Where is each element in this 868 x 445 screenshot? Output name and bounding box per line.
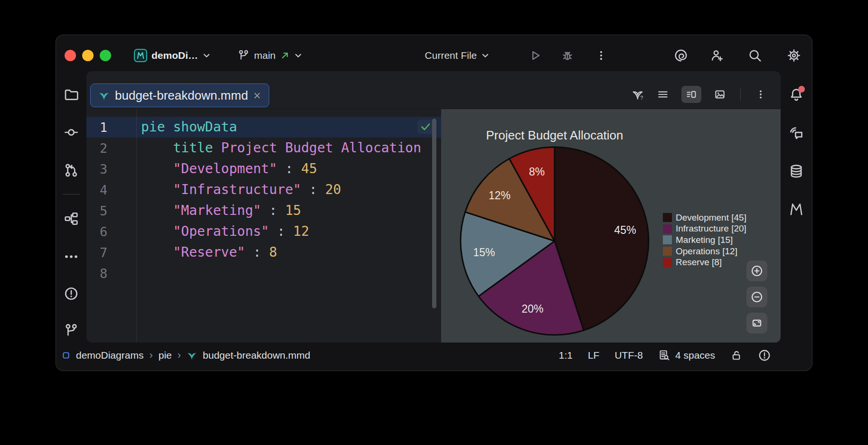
search-icon[interactable]: [748, 48, 762, 63]
fit-content-button[interactable]: [746, 313, 767, 334]
code-token: :: [309, 182, 317, 197]
zoom-window-button[interactable]: [100, 50, 111, 61]
line-number: 5: [86, 204, 136, 218]
code-token: [141, 203, 173, 218]
editor-scrollbar-thumb[interactable]: [432, 119, 436, 308]
code-token: [261, 244, 269, 260]
breadcrumb-separator: ›: [149, 349, 152, 362]
code-text: "Development" : 45: [136, 158, 317, 179]
version-control-tool-button[interactable]: [61, 320, 82, 341]
code-token: pie: [141, 119, 165, 135]
preview-only-view-icon[interactable]: [714, 88, 726, 101]
zoom-out-button[interactable]: [746, 287, 767, 307]
editor-only-view-icon[interactable]: [657, 88, 669, 101]
problems-tool-button[interactable]: [61, 283, 82, 304]
indent-widget[interactable]: 4 spaces: [658, 349, 715, 362]
line-ending-widget[interactable]: LF: [588, 350, 600, 361]
mermaid-file-icon: [98, 90, 110, 101]
code-token: [261, 203, 269, 218]
line-number: 1: [86, 120, 136, 135]
code-text: "Infrastructure" : 20: [136, 179, 341, 200]
code-token: [293, 161, 301, 176]
legend-label: Operations [12]: [676, 246, 737, 257]
code-with-me-icon[interactable]: [710, 48, 724, 63]
code-token: 20: [325, 182, 341, 197]
settings-gear-icon[interactable]: [787, 48, 801, 63]
code-token: [141, 223, 173, 239]
close-window-button[interactable]: [65, 50, 76, 61]
pie-chart: 45%20%15%12%8%: [450, 137, 659, 343]
code-token: [277, 161, 285, 176]
encoding-widget[interactable]: UTF-8: [614, 350, 643, 361]
code-token: "Development": [173, 161, 277, 176]
code-line: 4 "Infrastructure" : 20: [86, 179, 441, 200]
more-tools-button[interactable]: [61, 246, 82, 267]
pie-percent-label: 8%: [529, 166, 545, 178]
run-button[interactable]: [528, 49, 542, 62]
preview-zoom-controls: [746, 260, 767, 334]
breadcrumb-file[interactable]: budget-breakdown.mmd: [203, 350, 310, 361]
database-button[interactable]: [786, 161, 807, 182]
code-token: [165, 119, 173, 135]
code-token: :: [277, 223, 285, 239]
breadcrumb-folder[interactable]: pie: [159, 350, 172, 361]
m-plugin-button[interactable]: [786, 199, 807, 220]
legend-item: Infrastructure [20]: [663, 223, 746, 235]
breadcrumb-project[interactable]: demoDiagrams: [76, 350, 143, 361]
code-editor[interactable]: 1pie showData2 title Project Budget Allo…: [86, 109, 441, 343]
run-configuration-selector[interactable]: Current File: [425, 50, 490, 61]
caret-position-widget[interactable]: 1:1: [559, 350, 573, 361]
code-line: 7 "Reserve" : 8: [86, 242, 441, 263]
pie-percent-label: 12%: [489, 189, 510, 202]
commit-tool-button[interactable]: [61, 122, 82, 143]
debug-button[interactable]: [561, 49, 574, 62]
code-token: [141, 140, 173, 156]
code-token: [245, 244, 253, 260]
problems-exclamation-icon[interactable]: [758, 349, 771, 362]
stripe-divider: [63, 194, 80, 195]
code-text: title Project Budget Allocation: [136, 138, 421, 158]
unlocked-lock-icon[interactable]: [730, 349, 743, 362]
code-line: 3 "Development" : 45: [86, 158, 441, 179]
mermaid-options-icon[interactable]: ?: [631, 88, 644, 101]
left-tool-stripe: [56, 71, 86, 343]
right-tool-stripe: [781, 71, 812, 343]
editor-more-kebab-icon[interactable]: [755, 89, 766, 100]
git-branch-icon: [237, 49, 250, 62]
status-bar: demoDiagrams › pie › budget-breakdown.mm…: [56, 343, 812, 371]
split-view-selected[interactable]: [681, 86, 701, 103]
ai-chat-button[interactable]: [786, 123, 807, 144]
ai-assistant-icon[interactable]: [674, 48, 688, 63]
code-text: pie showData: [136, 117, 237, 138]
project-tool-button[interactable]: [61, 84, 82, 105]
line-number: 6: [86, 224, 136, 239]
project-widget[interactable]: demoDi…: [134, 49, 211, 62]
minimize-window-button[interactable]: [82, 50, 94, 61]
tab-close-icon[interactable]: [253, 92, 261, 100]
code-token: [213, 140, 221, 156]
notifications-button[interactable]: [786, 84, 807, 105]
code-token: "Marketing": [173, 203, 261, 218]
code-token: :: [253, 244, 261, 260]
line-number: 7: [86, 245, 136, 260]
inspections-ok-check-icon[interactable]: [417, 120, 434, 134]
code-token: title: [173, 140, 213, 156]
structure-tool-button[interactable]: [61, 208, 82, 229]
pull-requests-tool-button[interactable]: [61, 160, 82, 181]
tab-budget-breakdown[interactable]: budget-breakdown.mmd: [90, 83, 269, 107]
zoom-in-button[interactable]: [746, 260, 767, 281]
code-line: 2 title Project Budget Allocation: [86, 138, 441, 158]
code-token: [277, 203, 285, 218]
legend-item: Reserve [8]: [663, 257, 746, 268]
legend-item: Marketing [15]: [663, 234, 746, 246]
more-actions-kebab-icon[interactable]: [595, 49, 607, 62]
legend-label: Development [45]: [676, 213, 746, 223]
tab-bar: budget-breakdown.mmd ?: [86, 71, 781, 109]
code-token: :: [269, 203, 277, 218]
project-name: demoDi…: [151, 50, 198, 61]
indent-label: 4 spaces: [675, 350, 715, 361]
legend-label: Marketing [15]: [676, 235, 733, 245]
legend-swatch: [663, 247, 672, 256]
branch-widget[interactable]: main: [237, 49, 302, 62]
code-token: [141, 244, 173, 260]
